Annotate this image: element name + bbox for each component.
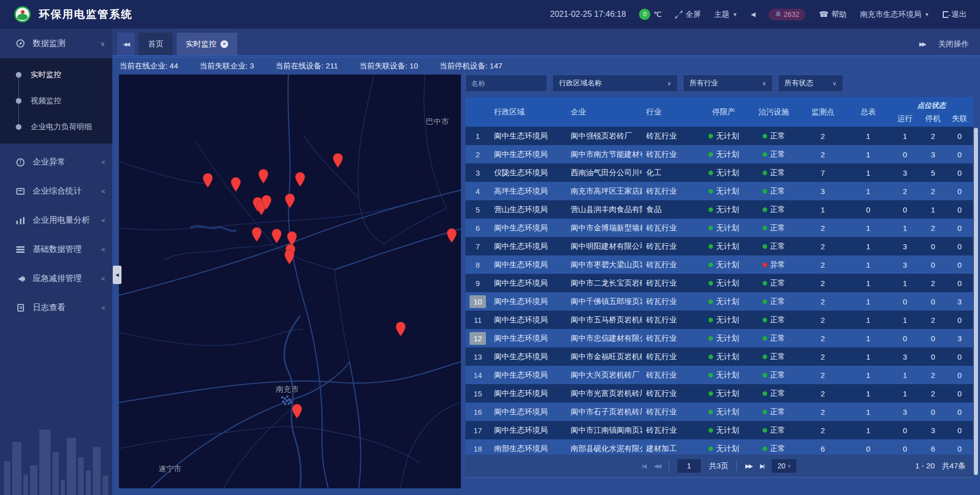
speaker-icon[interactable]: ◀: [751, 11, 755, 18]
map-pin-icon[interactable]: [251, 227, 262, 242]
cell-total-meter: 0: [846, 439, 890, 455]
page-number-input[interactable]: [677, 459, 701, 473]
table-row[interactable]: 18 南部生态环境局 南部县砚化水泥有限公 建材加工 无计划 正常 6 0 0 …: [465, 439, 973, 455]
table-row[interactable]: 17 阆中生态环境局 阆中市江南镇阆南页岩 砖瓦行业 无计划 正常 2 1 0 …: [465, 421, 973, 439]
org-dropdown[interactable]: 南充市生态环境局 ▼: [860, 10, 929, 19]
sidebar-item-base-data[interactable]: 基础数据管理 <: [0, 235, 112, 264]
table-row[interactable]: 3 仪陇生态环境局 西南油气田分公司川中 化工 无计划 正常 7 1 3 5 0: [465, 163, 973, 182]
cell-stopped: 2: [920, 274, 946, 292]
table-row[interactable]: 13 阆中生态环境局 阆中市金福旺页岩机砖 砖瓦行业 无计划 正常 2 1 3 …: [465, 347, 973, 366]
map-pin-icon[interactable]: [284, 249, 295, 265]
temperature-widget: 0 ℃: [639, 9, 662, 20]
fullscreen-button[interactable]: ↗↙ 全屏: [675, 10, 701, 19]
scrollbar[interactable]: [974, 75, 978, 488]
cell-total-meter: 1: [846, 292, 890, 311]
first-page-button[interactable]: |◀: [642, 463, 646, 469]
cell-monitor-points: 2: [799, 366, 846, 384]
cell-treatment: 正常: [748, 292, 799, 311]
close-operations-button[interactable]: 关闭操作: [938, 39, 969, 49]
cell-region: 阆中生态环境局: [490, 255, 567, 274]
cell-index: 2: [465, 145, 490, 163]
last-page-button[interactable]: ▶|: [760, 463, 764, 469]
cell-stop-production: 无计划: [699, 403, 748, 421]
map-panel[interactable]: 巴中市南充市遂宁市: [119, 75, 461, 488]
tab-home[interactable]: 首页: [139, 33, 173, 55]
sidebar-item-data-monitor[interactable]: 数据监测 ∨: [0, 29, 112, 58]
industry-select[interactable]: 所有行业 ∨: [683, 75, 773, 92]
table-row[interactable]: 4 高坪生态环境局 南充市高坪区王家店建 砖瓦行业 无计划 正常 3 1 2 2…: [465, 182, 973, 200]
sidebar-item-logs[interactable]: 日志查看 <: [0, 293, 112, 322]
map-pin-icon[interactable]: [258, 169, 269, 184]
sidebar-subitem-realtime[interactable]: 实时监控: [0, 62, 112, 88]
map-collapse-button[interactable]: ◀: [113, 266, 121, 284]
name-search-input[interactable]: [465, 75, 547, 92]
cell-company: 南充市高坪区王家店建: [567, 182, 642, 200]
row-number: 13: [470, 350, 486, 363]
table-row[interactable]: 11 阆中生态环境局 阆中市五马桥页岩机砖 砖瓦行业 无计划 正常 2 1 1 …: [465, 311, 973, 329]
table-row[interactable]: 1 阆中生态环境局 阆中强锐页岩砖厂 砖瓦行业 无计划 正常 2 1 1 2 0: [465, 127, 973, 145]
page-size-select[interactable]: 20 ∨: [772, 459, 796, 473]
prev-page-button[interactable]: ◀◀: [654, 463, 660, 469]
scrollbar-thumb[interactable]: [974, 128, 978, 475]
header-industry: 行业: [642, 97, 699, 127]
table-row[interactable]: 8 阆中生态环境局 阆中市枣碧大梁山页岩 砖瓦行业 无计划 异常 2 1 3 0…: [465, 255, 973, 274]
cell-monitor-points: 7: [799, 163, 846, 182]
logout-button[interactable]: 退出: [943, 10, 967, 19]
cell-industry: 砖瓦行业: [642, 347, 699, 366]
alert-circle-icon: !: [15, 158, 26, 167]
cell-region: 阆中生态环境局: [490, 292, 567, 311]
theme-dropdown[interactable]: 主题 ▼: [714, 10, 738, 19]
sidebar-item-company-stats[interactable]: 企业综合统计 <: [0, 177, 112, 206]
map-pin-icon[interactable]: [446, 228, 457, 243]
close-icon[interactable]: ✕: [220, 40, 228, 48]
row-number: 11: [470, 314, 486, 326]
sidebar-subitem-load-detail[interactable]: 企业电力负荷明细: [0, 114, 112, 140]
sidebar-item-company-abnormal[interactable]: ! 企业异常 <: [0, 148, 112, 177]
table-row[interactable]: 14 阆中生态环境局 阆中大兴页岩机砖厂 砖瓦行业 无计划 正常 2 1 1 2…: [465, 366, 973, 384]
sidebar-item-label: 应急减排管理: [33, 273, 101, 284]
map-pin-icon[interactable]: [291, 404, 303, 419]
cell-region: 阆中生态环境局: [490, 347, 567, 366]
sidebar-subitem-video[interactable]: 视频监控: [0, 88, 112, 114]
sidebar-item-power-analysis[interactable]: 企业用电量分析 <: [0, 206, 112, 235]
table-row[interactable]: 6 阆中生态环境局 阆中市金博瑞新型墙材 砖瓦行业 无计划 正常 2 1 1 2…: [465, 219, 973, 237]
tabs-scroll-left-button[interactable]: ◀◀: [117, 33, 135, 55]
treatment-label: 正常: [770, 444, 786, 454]
cell-region: 南部生态环境局: [490, 439, 567, 455]
help-button[interactable]: ☎ 帮助: [819, 10, 847, 19]
map-pin-icon[interactable]: [202, 173, 213, 188]
table-row[interactable]: 15 阆中生态环境局 阆中市光富页岩机砖厂 砖瓦行业 无计划 正常 2 1 1 …: [465, 384, 973, 403]
chevron-left-icon: <: [101, 304, 105, 312]
table-row[interactable]: 12 阆中生态环境局 阆中市忠信建材有限公 砖瓦行业 无计划 正常 2 1 0 …: [465, 329, 973, 347]
treatment-label: 正常: [770, 205, 786, 215]
status-select[interactable]: 所有状态 ∨: [778, 75, 843, 92]
status-dot: [763, 244, 767, 249]
cell-treatment: 正常: [748, 439, 799, 455]
map-pin-icon[interactable]: [284, 193, 296, 208]
cell-index: 4: [465, 182, 490, 200]
cell-lost: 0: [946, 163, 973, 182]
table-row[interactable]: 5 营山生态环境局 营山县润丰肉食品有限 食品 无计划 正常 1 0 0 1 0: [465, 200, 973, 219]
sidebar-item-emergency[interactable]: 应急减排管理 <: [0, 264, 112, 293]
table-row[interactable]: 9 阆中生态环境局 阆中市二龙长宝页岩砖 砖瓦行业 无计划 正常 2 1 1 2…: [465, 274, 973, 292]
cell-industry: 砖瓦行业: [642, 384, 699, 403]
map-pin-icon[interactable]: [230, 177, 241, 192]
table-row[interactable]: 10 阆中生态环境局 阆中千佛镇五郎垭页岩 砖瓦行业 无计划 正常 2 1 0 …: [465, 292, 973, 311]
row-number: 3: [472, 167, 484, 179]
sidebar-item-label: 基础数据管理: [33, 244, 101, 255]
table-row[interactable]: 16 阆中生态环境局 阆中市石子页岩机砖厂 砖瓦行业 无计划 正常 2 1 3 …: [465, 403, 973, 421]
map-pin-icon[interactable]: [395, 321, 406, 337]
next-page-button[interactable]: ▶▶: [745, 463, 752, 469]
map-pin-icon[interactable]: [261, 195, 272, 210]
cell-total-meter: 1: [846, 163, 890, 182]
table-row[interactable]: 7 阆中生态环境局 阆中明阳建材有限公司 砖瓦行业 无计划 正常 2 1 3 0…: [465, 237, 973, 255]
map-pin-icon[interactable]: [295, 172, 306, 187]
map-pin-icon[interactable]: [332, 153, 344, 168]
table-row[interactable]: 2 阆中生态环境局 阆中市南方节能建材有 砖瓦行业 无计划 正常 2 1 0 3…: [465, 145, 973, 163]
tab-realtime-monitor[interactable]: 实时监控 ✕: [177, 33, 237, 55]
row-number: 18: [470, 442, 486, 455]
map-pin-icon[interactable]: [271, 228, 282, 244]
tabs-scroll-right-button[interactable]: ▶▶: [919, 41, 925, 48]
notification-badge[interactable]: 2632: [769, 9, 805, 20]
region-select[interactable]: 行政区域名称 ∨: [552, 75, 678, 92]
